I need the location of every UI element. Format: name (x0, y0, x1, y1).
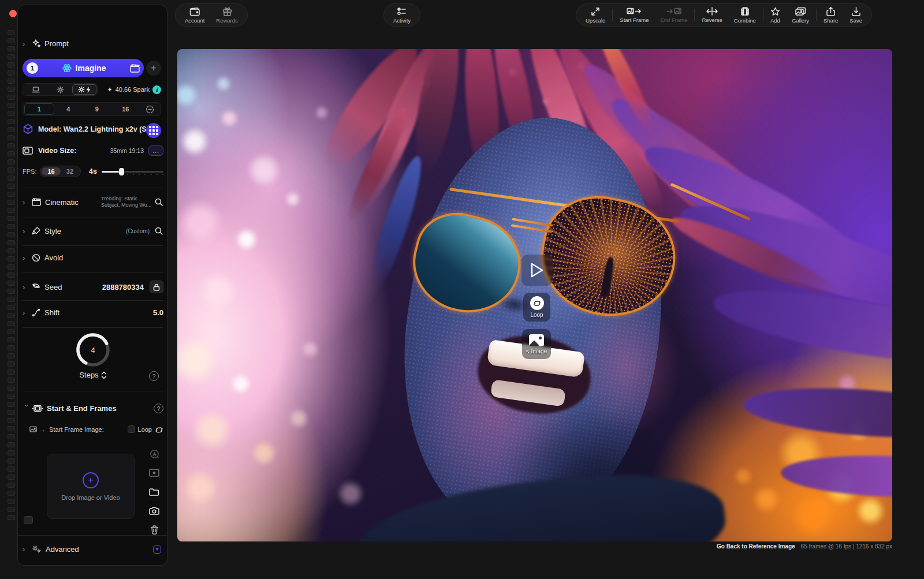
prompt-label: Prompt (44, 39, 69, 48)
image-arrow-right-icon (627, 7, 642, 16)
add-generation-button[interactable]: + (146, 61, 161, 76)
account-button[interactable]: Account (179, 4, 210, 26)
chevron-right-icon: › (23, 253, 31, 262)
style-row[interactable]: › Style (Custom) (23, 226, 163, 236)
camera-button[interactable] (148, 505, 160, 517)
fps-row: FPS: 16 32 4s (23, 166, 163, 177)
fps-option-32[interactable]: 32 (61, 167, 79, 175)
cloud-mode-button[interactable] (48, 84, 72, 95)
loop-checkbox[interactable] (128, 425, 135, 433)
download-icon (852, 7, 860, 16)
film-strip-decoration (8, 30, 16, 541)
style-value: (Custom) (126, 228, 150, 234)
video-size-icon (23, 146, 33, 155)
batch-infinite-button[interactable] (140, 105, 159, 114)
batch-option-1[interactable]: 1 (24, 103, 54, 115)
duration-slider[interactable] (102, 167, 163, 175)
go-back-reference-link[interactable]: Go Back to Reference Image (717, 543, 795, 550)
search-icon[interactable] (154, 197, 163, 207)
reverse-button[interactable]: Reverse (696, 4, 728, 26)
gallery-button[interactable]: Gallery (786, 4, 815, 26)
model-name: Model: Wan2.2 Lightning x2v (Spe... (38, 125, 161, 133)
model-cube-icon (23, 124, 33, 135)
slider-handle[interactable] (119, 168, 124, 175)
rewards-label: Rewards (216, 17, 238, 24)
combine-button[interactable]: Combine (728, 4, 762, 26)
seed-row[interactable]: › Seed 2888780334 (23, 281, 163, 293)
frame-thumbnail-checkbox[interactable] (24, 516, 33, 524)
star-icon (770, 7, 780, 16)
video-preview-canvas[interactable]: Loop < Image (177, 49, 892, 541)
start-frame-button[interactable]: Start Frame (614, 4, 654, 26)
fps-option-16[interactable]: 16 (42, 167, 60, 175)
letter-a-circle-icon (150, 449, 159, 459)
video-size-value: 35mm 19:13 (110, 147, 144, 154)
account-label: Account (185, 17, 204, 24)
steps-stepper[interactable]: Steps (18, 371, 168, 379)
dashed-circle-minus-icon (146, 105, 154, 114)
frames-help-icon[interactable]: ? (154, 404, 163, 413)
steps-label: Steps (79, 371, 98, 379)
start-frame-image-row: → Start Frame Image: Loop (23, 425, 163, 433)
avoid-row[interactable]: › Avoid (23, 253, 163, 262)
search-icon[interactable] (154, 226, 163, 236)
steps-dial[interactable]: 4 (74, 331, 111, 368)
chevron-right-icon: › (23, 227, 31, 236)
arrow-right-image-icon (666, 7, 681, 16)
start-end-frames-header[interactable]: › Start & End Frames ? (23, 404, 163, 413)
prohibit-icon (32, 253, 40, 262)
upscale-button[interactable]: Upscale (580, 4, 611, 26)
laptop-icon (32, 87, 40, 93)
advanced-dropdown-icon[interactable] (153, 546, 161, 554)
frame-info: 65 frames @ 16 fps | 1216 x 832 px (801, 543, 892, 550)
play-button[interactable] (521, 255, 553, 286)
auto-annotate-button[interactable] (148, 448, 160, 460)
rewards-button[interactable]: Rewards (210, 4, 244, 26)
device-mode-button[interactable] (24, 84, 48, 95)
open-folder-button[interactable] (148, 486, 160, 498)
info-icon[interactable]: i (152, 85, 161, 94)
batch-option-9[interactable]: 9 (83, 103, 111, 115)
delete-button[interactable] (148, 524, 160, 536)
prompt-section-header[interactable]: › Prompt (23, 39, 163, 48)
batch-option-16[interactable]: 16 (111, 103, 140, 115)
model-row[interactable]: Model: Wan2.2 Lightning x2v (Spe... (23, 124, 163, 135)
sparkles-icon (32, 39, 41, 48)
back-to-image-button[interactable]: < Image (522, 329, 551, 359)
add-button[interactable]: Add (765, 4, 786, 26)
image-icon (529, 334, 544, 346)
steps-help-icon[interactable]: ? (149, 371, 159, 381)
save-label: Save (850, 17, 862, 24)
activity-button[interactable]: Activity (388, 4, 416, 26)
turbo-mode-button[interactable] (72, 84, 96, 95)
loop-button[interactable]: Loop (523, 293, 550, 322)
video-size-more-button[interactable]: ... (148, 145, 163, 156)
fps-toggle[interactable]: 16 32 (40, 166, 81, 177)
avoid-label: Avoid (44, 253, 63, 262)
chevron-right-icon: › (23, 545, 31, 554)
image-button-label: < Image (526, 348, 547, 354)
batch-option-4[interactable]: 4 (54, 103, 83, 115)
imagine-button[interactable]: 1 Imagine (23, 59, 144, 77)
model-browser-button[interactable] (146, 123, 161, 138)
combine-label: Combine (734, 17, 756, 24)
clapperboard-icon (32, 198, 41, 206)
chevron-right-icon: › (23, 283, 31, 292)
shift-row[interactable]: › Shift 5.0 (23, 308, 163, 317)
share-button[interactable]: Share (818, 4, 844, 26)
drop-image-zone[interactable]: + Drop Image or Video (47, 454, 135, 519)
save-button[interactable]: Save (844, 4, 868, 26)
end-frame-button[interactable]: End Frame (654, 4, 693, 26)
advanced-row[interactable]: › Advanced (23, 545, 163, 554)
focus-region-button[interactable] (148, 467, 160, 479)
seed-leaf-icon (32, 283, 40, 292)
seed-lock-button[interactable] (150, 281, 163, 293)
statusbar: Go Back to Reference Image 65 frames @ 1… (717, 543, 892, 550)
camera-icon (149, 507, 159, 516)
app-window: Image Video › Prompt 1 Imagine (0, 0, 924, 579)
atom-icon (62, 63, 72, 73)
close-window-button[interactable] (9, 10, 17, 17)
cinematic-row[interactable]: › Cinematic Trending: Static Subject, Mo… (23, 196, 163, 208)
film-stack-icon (740, 7, 750, 16)
upscale-arrows-icon (591, 7, 600, 16)
